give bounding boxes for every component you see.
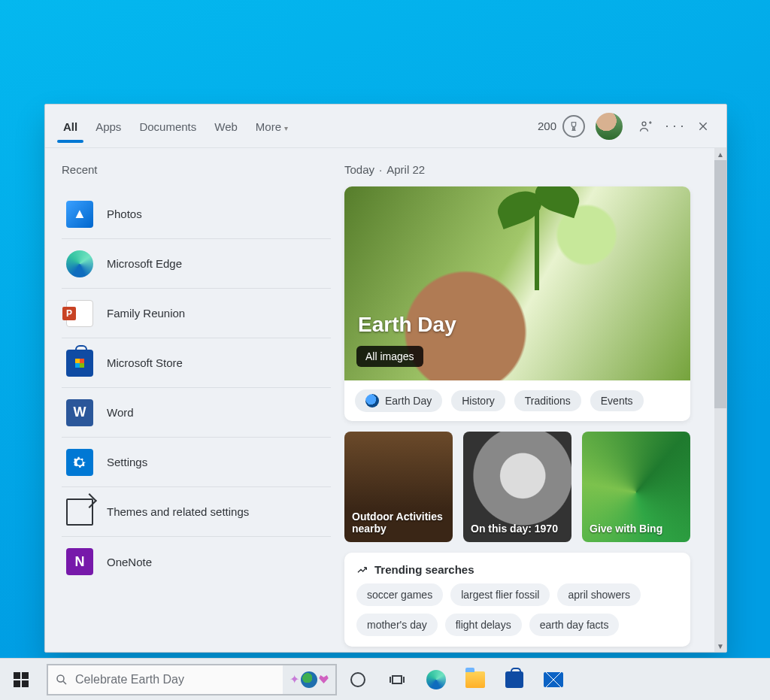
settings-icon: [66, 449, 93, 476]
recent-label: Photos: [107, 208, 142, 220]
recent-item-settings[interactable]: Settings: [62, 438, 331, 487]
trend-chip[interactable]: april showers: [557, 583, 640, 606]
recent-label: Microsoft Edge: [107, 257, 182, 270]
card-give-with-bing[interactable]: Give with Bing: [582, 432, 690, 542]
trending-heading: Trending searches: [356, 563, 678, 576]
recent-item-family-reunion[interactable]: Family Reunion: [62, 289, 331, 338]
hero-tab-traditions[interactable]: Traditions: [514, 390, 581, 411]
windows-logo-icon: [14, 672, 29, 687]
powerpoint-icon: [66, 300, 93, 327]
taskbar-mail[interactable]: [535, 659, 571, 701]
start-button[interactable]: [0, 659, 42, 701]
options-button[interactable]: · · ·: [662, 114, 687, 139]
trend-chip[interactable]: earth day facts: [529, 614, 620, 636]
recent-section: Recent ▲ Photos Microsoft Edge Family Re…: [45, 148, 344, 652]
search-highlight-icon[interactable]: ✦: [283, 665, 335, 694]
chevron-down-icon: ▾: [284, 124, 288, 132]
store-icon: [505, 671, 523, 688]
card-on-this-day[interactable]: On this day: 1970: [463, 432, 571, 542]
rewards-points[interactable]: 200: [538, 115, 585, 138]
plant-icon: [535, 200, 539, 290]
taskbar-edge[interactable]: [418, 659, 454, 701]
hero-tab-history[interactable]: History: [451, 390, 505, 411]
search-icon: [48, 673, 75, 686]
hero-image: Earth Day All images: [344, 186, 690, 380]
themes-icon: [66, 498, 93, 526]
user-avatar[interactable]: [596, 113, 623, 140]
trophy-icon: [562, 115, 585, 138]
recent-label: Settings: [107, 456, 147, 468]
card-outdoor-activities[interactable]: Outdoor Activities nearby: [344, 432, 453, 542]
scroll-up-icon[interactable]: ▲: [714, 148, 726, 160]
tab-apps[interactable]: Apps: [88, 110, 129, 142]
hero-tab-earth-day[interactable]: Earth Day: [355, 389, 442, 412]
svg-point-2: [351, 673, 365, 686]
tab-all[interactable]: All: [56, 110, 85, 142]
hero-tab-events[interactable]: Events: [590, 390, 644, 411]
edge-icon: [66, 250, 93, 277]
trend-chip[interactable]: soccer games: [356, 583, 443, 606]
scrollbar[interactable]: ▲ ▼: [714, 148, 726, 652]
recent-label: Family Reunion: [107, 307, 185, 320]
recent-item-word[interactable]: W Word: [62, 388, 331, 438]
task-view-button[interactable]: [379, 659, 415, 701]
trending-card: Trending searches soccer games largest f…: [344, 553, 690, 647]
recent-label: Themes and related settings: [107, 505, 249, 518]
scroll-thumb[interactable]: [714, 160, 726, 408]
trend-chip[interactable]: mother's day: [356, 614, 438, 636]
folder-icon: [465, 671, 485, 688]
trend-chip[interactable]: flight delays: [445, 614, 522, 636]
search-text: Celebrate Earth Day: [75, 673, 283, 686]
edge-icon: [426, 670, 446, 689]
cortana-button[interactable]: [340, 659, 376, 701]
recent-item-onenote[interactable]: N OneNote: [62, 537, 331, 586]
hero-card[interactable]: Earth Day All images Earth Day History T…: [344, 186, 690, 421]
close-button[interactable]: [690, 114, 716, 139]
taskbar-explorer[interactable]: [457, 659, 493, 701]
mail-icon: [544, 672, 563, 687]
hero-title: Earth Day: [358, 313, 456, 337]
trend-chip[interactable]: largest flier fossil: [450, 583, 550, 606]
suggestions: Today·April 22 Earth Day All images Eart…: [344, 148, 726, 652]
card-row: Outdoor Activities nearby On this day: 1…: [344, 432, 690, 542]
onenote-icon: N: [66, 548, 93, 575]
recent-item-themes[interactable]: Themes and related settings: [62, 487, 331, 537]
recent-item-store[interactable]: Microsoft Store: [62, 338, 331, 388]
svg-point-0: [642, 122, 646, 126]
photos-icon: ▲: [66, 201, 93, 228]
feedback-icon[interactable]: [633, 114, 659, 139]
search-flyout: All Apps Documents Web More▾ 200 · · · R…: [44, 104, 727, 653]
recent-label: Word: [107, 406, 134, 419]
tab-more[interactable]: More▾: [248, 110, 296, 142]
all-images-button[interactable]: All images: [356, 346, 423, 367]
taskbar-search[interactable]: Celebrate Earth Day ✦: [47, 664, 337, 695]
globe-icon: [365, 394, 379, 408]
recent-label: OneNote: [107, 556, 152, 568]
taskbar-store[interactable]: [496, 659, 532, 701]
word-icon: W: [66, 399, 93, 426]
svg-rect-3: [393, 676, 402, 683]
hero-tabs: Earth Day History Traditions Events: [344, 380, 690, 421]
recent-item-photos[interactable]: ▲ Photos: [62, 189, 331, 239]
tab-documents[interactable]: Documents: [132, 110, 204, 142]
store-icon: [66, 350, 93, 377]
recent-label: Microsoft Store: [107, 356, 183, 369]
svg-point-1: [57, 675, 64, 682]
scroll-down-icon[interactable]: ▼: [714, 640, 726, 652]
taskbar: Celebrate Earth Day ✦: [0, 658, 770, 700]
points-value: 200: [538, 120, 556, 132]
scope-tabs: All Apps Documents Web More▾ 200 · · ·: [45, 105, 726, 148]
recent-item-edge[interactable]: Microsoft Edge: [62, 239, 331, 289]
tab-web[interactable]: Web: [207, 110, 245, 142]
trend-arrow-icon: [356, 564, 368, 576]
today-heading: Today·April 22: [344, 163, 720, 176]
recent-heading: Recent: [62, 163, 331, 176]
